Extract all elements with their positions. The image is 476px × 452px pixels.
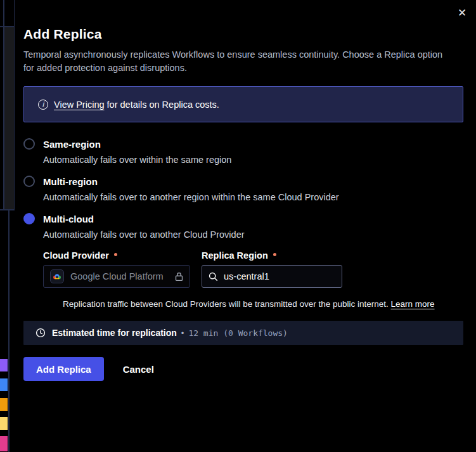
modal-description: Temporal asynchronously replicates Workf… (23, 48, 454, 75)
backdrop-swatch (0, 378, 8, 391)
radio-icon-selected[interactable] (23, 213, 35, 224)
field-label-text: Cloud Provider (43, 250, 109, 261)
cloud-provider-value: Google Cloud Platform (70, 271, 169, 281)
clock-icon (35, 328, 46, 338)
traffic-note: Replication traffic between Cloud Provid… (63, 299, 463, 309)
estimate-value: 12 min (0 Workflows) (188, 328, 288, 338)
cloud-provider-label: Cloud Provider (43, 250, 190, 261)
radio-icon[interactable] (23, 176, 35, 187)
pricing-banner-text: View Pricing for details on Replica cost… (54, 100, 219, 110)
option-label: Multi-cloud (43, 214, 94, 224)
view-pricing-link[interactable]: View Pricing (54, 100, 105, 110)
option-description: Automatically fails over to another regi… (43, 192, 463, 202)
option-label: Multi-region (43, 176, 98, 187)
option-label: Same-region (43, 139, 101, 150)
modal-actions: Add Replica Cancel (23, 357, 463, 381)
replica-region-search[interactable] (202, 265, 342, 288)
cloud-provider-select[interactable]: Google Cloud Platform (43, 265, 190, 288)
replica-option-group: Same-region Automatically fails over wit… (23, 138, 463, 309)
field-label-text: Replica Region (202, 250, 268, 261)
backdrop-divider (8, 210, 10, 452)
option-same-region: Same-region Automatically fails over wit… (23, 138, 463, 165)
google-cloud-icon (50, 269, 64, 283)
option-multi-region: Multi-region Automatically fails over to… (23, 176, 463, 202)
backdrop-divider (3, 0, 4, 210)
backdrop-panel (4, 27, 14, 209)
backdrop-swatch (0, 359, 8, 371)
pricing-info-banner: i View Pricing for details on Replica co… (23, 86, 463, 122)
radio-icon[interactable] (23, 138, 35, 150)
estimate-label: Estimated time for replication (52, 328, 177, 338)
replica-region-label: Replica Region (202, 250, 342, 261)
add-replica-modal: ✕ Add Replica Temporal asynchronously re… (15, 0, 476, 452)
backdrop-divider (0, 209, 15, 210)
search-icon (209, 272, 218, 281)
radio-same-region[interactable]: Same-region (23, 138, 463, 150)
backdrop-swatch (0, 436, 8, 451)
add-replica-button[interactable]: Add Replica (23, 357, 104, 381)
page-title: Add Replica (23, 27, 463, 42)
radio-multi-region[interactable]: Multi-region (23, 176, 463, 187)
option-multi-cloud: Multi-cloud Automatically fails over to … (23, 213, 463, 309)
option-description: Automatically fails over within the same… (43, 155, 463, 165)
backdrop-divider (0, 26, 15, 27)
info-icon: i (38, 100, 48, 110)
learn-more-link[interactable]: Learn more (391, 299, 435, 309)
backdrop-swatch (0, 398, 8, 411)
required-dot (273, 253, 276, 256)
multi-cloud-form: Cloud Provider (43, 250, 463, 309)
estimate-separator: • (181, 328, 184, 338)
traffic-note-text: Replication traffic between Cloud Provid… (63, 299, 391, 309)
radio-multi-cloud[interactable]: Multi-cloud (23, 213, 463, 224)
replica-region-input[interactable] (224, 271, 335, 281)
required-dot (114, 253, 117, 256)
lock-icon (175, 272, 183, 281)
cancel-button[interactable]: Cancel (123, 364, 154, 375)
backdrop-swatch (0, 417, 8, 430)
estimate-banner: Estimated time for replication • 12 min … (23, 321, 463, 345)
pricing-banner-rest: for details on Replica costs. (105, 100, 219, 110)
option-description: Automatically fails over to another Clou… (43, 229, 463, 240)
